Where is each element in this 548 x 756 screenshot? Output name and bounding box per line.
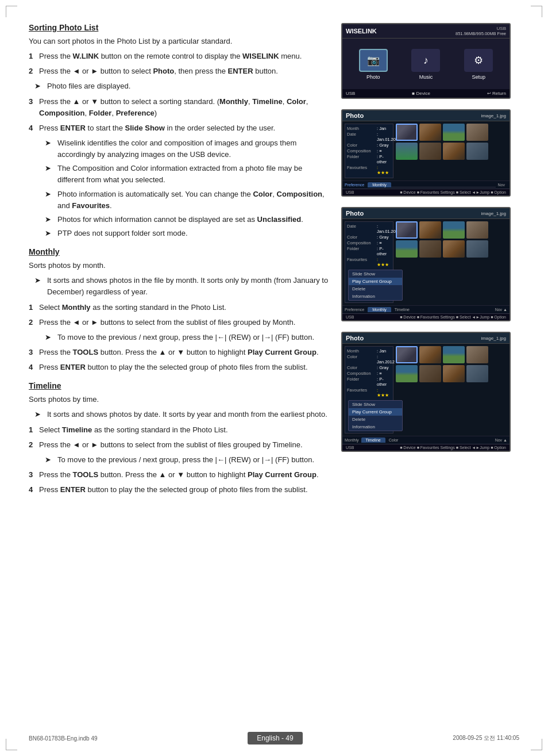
photo2-screen: Photo image_1.jpg Date : Jan.01.2008 Col… [341, 207, 511, 321]
timeline-note: ➤ It sorts and shows photos by date. It … [29, 409, 330, 420]
photo3-thumb-6[interactable] [419, 365, 441, 382]
photo3-info-panel: Month : Jan Color : Jan.2012 Color : Gra… [345, 346, 393, 433]
wiselink-footer: USB ■ Device ↩ Return [342, 89, 510, 98]
wiselink-screen: WISELINK USB 851.98MB/995.00MB Free 📷 Ph… [341, 23, 511, 99]
monthly-section: Monthly Sorts photos by month. ➤ It sort… [29, 247, 330, 373]
thumb-2[interactable] [419, 124, 441, 141]
page: Sorting Photo List You can sort photos i… [0, 0, 548, 756]
thumb-7[interactable] [443, 143, 465, 160]
thumb-3[interactable] [443, 124, 465, 141]
sorting-step-3: 3 Press the ▲ or ▼ button to select a so… [29, 96, 330, 134]
thumb-5[interactable] [396, 143, 418, 160]
wiselink-screen-header: WISELINK USB 851.98MB/995.00MB Free [342, 24, 510, 39]
photo1-screen-container: Photo image_1.jpg Month : Jan Date [341, 109, 519, 197]
music-icon-item[interactable]: ♪ Music [411, 49, 440, 80]
footer-right: 2008-09-25 오전 11:40:05 [453, 734, 519, 742]
monthly-tab[interactable]: Monthly [368, 182, 391, 187]
information-item[interactable]: Information [349, 293, 402, 300]
photo2-dropdown: Slide Show Play Current Group Delete Inf… [348, 270, 403, 301]
photo2-title: Photo [346, 210, 364, 217]
wiselink-body: 📷 Photo ♪ Music ⚙ Setup [342, 39, 510, 89]
music-label: Music [419, 74, 433, 80]
photo2-thumb-1[interactable] [396, 221, 418, 239]
photo2-thumb-5[interactable] [396, 240, 418, 258]
thumb-4[interactable] [466, 124, 488, 141]
delete-item[interactable]: Delete [349, 285, 402, 293]
photo3-nav: USB ■ Device ■ Favourites Settings ■ Sel… [342, 444, 510, 451]
photo-label: Photo [366, 74, 380, 80]
photo3-thumb-8[interactable] [466, 365, 488, 382]
monthly-steps: 1 Select Monthly as the sorting standard… [29, 302, 330, 328]
timeline-tab3[interactable]: Timeline [361, 438, 385, 443]
photo3-thumb-2[interactable] [419, 346, 441, 363]
photo3-thumb-5[interactable] [396, 365, 418, 382]
photo3-dropdown: Slide Show Play Current Group Delete Inf… [348, 400, 403, 431]
nov-label3: Nov ▲ [495, 438, 507, 442]
sorting-note-1: ➤ Photo files are displayed. [29, 80, 330, 92]
photo1-nav: USB ■ Device ■ Favourites Settings ■ Sel… [342, 189, 510, 195]
photo3-thumb-4[interactable] [466, 346, 488, 363]
thumb-1[interactable] [396, 124, 418, 141]
timeline-title: Timeline [29, 381, 330, 390]
setup-label: Setup [472, 74, 485, 80]
nov-label2: Nov ▲ [495, 308, 507, 312]
photo-icon-item[interactable]: 📷 Photo [359, 49, 388, 80]
wiselink-return: ↩ Return [487, 91, 506, 96]
photo3-delete[interactable]: Delete [349, 416, 402, 423]
content-area: Sorting Photo List You can sort photos i… [29, 23, 519, 504]
monthly-note: ➤ It sorts and shows photos in the file … [29, 275, 330, 298]
photo2-thumb-7[interactable] [443, 240, 465, 258]
timeline-steps-3-4: 3 Press the TOOLS button. Press the ▲ or… [29, 469, 330, 496]
left-column: Sorting Photo List You can sort photos i… [29, 23, 330, 504]
photo3-thumb-3[interactable] [443, 346, 465, 363]
photo2-thumb-3[interactable] [443, 221, 465, 239]
photo3-body: Month : Jan Color : Jan.2012 Color : Gra… [342, 344, 510, 436]
step-1: 1 Press the W.LINK button on the remote … [29, 51, 330, 62]
sorting-title: Sorting Photo List [29, 23, 330, 32]
timeline-intro: Sorts photos by time. [29, 394, 330, 405]
photo2-nav: USB ■ Device ■ Favourites Settings ■ Sel… [342, 313, 510, 320]
photo2-tabs-row: Preference Monthly Timeline Nov ▲ [342, 305, 510, 313]
color-tab3[interactable]: Color [387, 438, 401, 443]
photo1-thumbs [396, 124, 507, 178]
photo3-slide-show[interactable]: Slide Show [349, 401, 402, 408]
timeline-tab2[interactable]: Timeline [392, 307, 412, 312]
step-2: 2 Press the ◄ or ► button to select Phot… [29, 66, 330, 77]
photo2-info-panel: Date : Jan.01.2008 Color : Gray Composit… [345, 221, 393, 303]
footer-left: BN68-01783B-Eng.indb 49 [29, 735, 98, 742]
wiselink-usb-label: USB [456, 26, 506, 31]
play-current-group-item[interactable]: Play Current Group [349, 278, 402, 285]
photo3-screen-container: Photo image_1.jpg Month : Jan Color [341, 332, 519, 452]
photo1-image-name: image_1.jpg [481, 113, 506, 118]
photo1-screen: Photo image_1.jpg Month : Jan Date [341, 109, 511, 197]
monthly-intro: Sorts photos by month. [29, 260, 330, 271]
monthly-tab2[interactable]: Monthly [368, 307, 391, 312]
photo3-header: Photo image_1.jpg [342, 333, 510, 344]
wiselink-device: ■ Device [412, 91, 430, 96]
thumb-8[interactable] [466, 143, 488, 160]
step-3: 3 Press the ▲ or ▼ button to select a so… [29, 96, 330, 119]
right-column: WISELINK USB 851.98MB/995.00MB Free 📷 Ph… [341, 23, 519, 504]
wiselink-screen-container: WISELINK USB 851.98MB/995.00MB Free 📷 Ph… [341, 23, 519, 99]
photo3-thumb-7[interactable] [443, 365, 465, 382]
wiselink-usb-footer: USB [346, 91, 355, 96]
slide-show-item[interactable]: Slide Show [349, 270, 402, 278]
preference-tab2: Preference [345, 308, 364, 312]
photo3-play-group[interactable]: Play Current Group [349, 408, 402, 416]
photo-icon-box: 📷 [359, 49, 388, 72]
photo2-thumb-8[interactable] [466, 240, 488, 258]
photo2-thumb-4[interactable] [466, 221, 488, 239]
setup-icon-item[interactable]: ⚙ Setup [464, 49, 493, 80]
preference-tab-label: Preference [345, 183, 364, 187]
timeline-section: Timeline Sorts photos by time. ➤ It sort… [29, 381, 330, 496]
photo3-tabs-row: Monthly Timeline Color Nov ▲ [342, 436, 510, 444]
monthly-tab3[interactable]: Monthly [345, 438, 359, 442]
nov-label: Nov [496, 182, 507, 187]
photo3-info[interactable]: Information [349, 423, 402, 431]
photo3-thumb-1[interactable] [396, 346, 418, 363]
photo2-thumb-6[interactable] [419, 240, 441, 258]
sorting-notes: ➤ Wiselink identifies the color and comp… [29, 137, 330, 239]
photo2-thumb-2[interactable] [419, 221, 441, 239]
thumb-6[interactable] [419, 143, 441, 160]
wiselink-icons-row: 📷 Photo ♪ Music ⚙ Setup [347, 43, 505, 85]
